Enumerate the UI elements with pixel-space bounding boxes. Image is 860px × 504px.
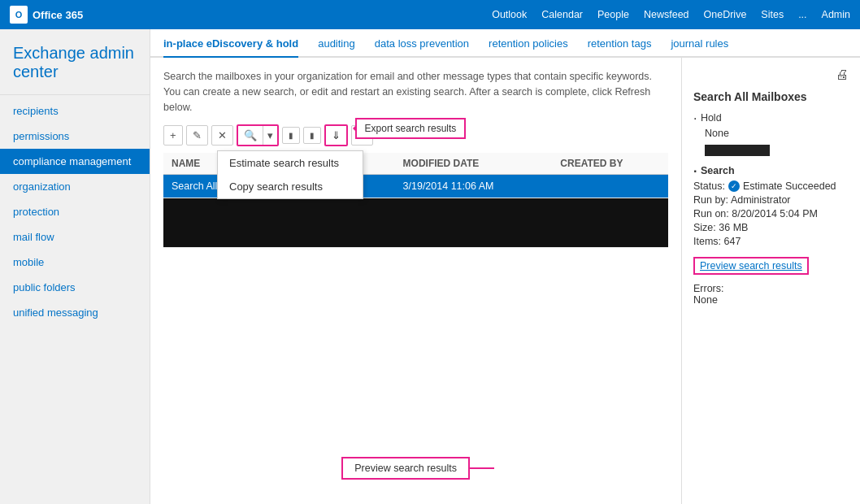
add-button[interactable]: +: [163, 125, 183, 146]
tab-auditing[interactable]: auditing: [318, 37, 355, 58]
col-created-by: CREATED BY: [552, 153, 668, 175]
search-dropdown-menu: Estimate search results Copy search resu…: [217, 150, 363, 199]
nav-more[interactable]: ...: [798, 9, 806, 20]
size-label: Size:: [693, 222, 716, 233]
preview-callout-area: Preview search results: [313, 457, 494, 480]
content-area: in-place eDiscovery & hold auditing data…: [150, 29, 860, 504]
col-modified-date: MODIFIED DATE: [395, 153, 553, 175]
items-row: Items: 647: [693, 236, 849, 247]
sidebar-item-mail-flow[interactable]: mail flow: [0, 224, 150, 250]
preview-link-wrapper: Preview search results: [693, 257, 809, 275]
right-panel-title: Search All Mailboxes: [693, 90, 849, 103]
description-text: Search the mailboxes in your organizatio…: [163, 69, 668, 115]
sidebar-item-permissions[interactable]: permissions: [0, 124, 150, 149]
sidebar-item-compliance-management[interactable]: compliance management: [0, 149, 150, 174]
redacted-block: [163, 198, 668, 247]
sidebar: Exchange admin center recipients permiss…: [0, 29, 150, 504]
top-nav: O Office 365 Outlook Calendar People New…: [0, 0, 860, 29]
sub-nav: in-place eDiscovery & hold auditing data…: [150, 29, 860, 58]
hold-redacted-bar: [705, 145, 770, 156]
delete-button[interactable]: ✕: [211, 125, 233, 146]
search-button[interactable]: 🔍: [238, 126, 263, 145]
nav-sites[interactable]: Sites: [761, 9, 784, 20]
stop-button[interactable]: ▮: [282, 127, 300, 144]
search-group: 🔍 ▾: [237, 124, 279, 146]
size-value: 36 MB: [719, 222, 748, 233]
size-row: Size: 36 MB: [693, 222, 849, 233]
cell-created-by: [552, 175, 668, 198]
run-on-value: 8/20/2014 5:04 PM: [732, 208, 818, 219]
edit-button[interactable]: ✎: [186, 125, 208, 146]
sidebar-item-unified-messaging[interactable]: unified messaging: [0, 300, 150, 325]
main-and-right: Search the mailboxes in your organizatio…: [150, 58, 860, 504]
office-logo[interactable]: O Office 365: [10, 6, 83, 24]
cell-modified-date: 3/19/2014 11:06 AM: [395, 175, 553, 198]
tab-ediscovery[interactable]: in-place eDiscovery & hold: [163, 37, 298, 58]
export-btn-wrapper: ⇓ Export search results: [324, 124, 348, 146]
preview-link-container: Preview search results Preview search re…: [693, 254, 849, 275]
main-container: Exchange admin center recipients permiss…: [0, 29, 860, 504]
top-nav-links: Outlook Calendar People Newsfeed OneDriv…: [492, 9, 850, 20]
run-on-label: Run on:: [693, 208, 729, 219]
items-label: Items:: [693, 236, 721, 247]
sidebar-item-recipients[interactable]: recipients: [0, 98, 150, 124]
sidebar-item-public-folders[interactable]: public folders: [0, 275, 150, 300]
run-by-row: Run by: Administrator: [693, 194, 849, 206]
search-section-label: Search: [693, 164, 849, 179]
status-row: Status: ✓ Estimate Succeeded: [693, 180, 849, 192]
errors-value: None: [693, 294, 849, 306]
status-label: Status:: [693, 180, 725, 192]
export-button[interactable]: ⇓: [324, 124, 348, 146]
nav-onedrive[interactable]: OneDrive: [704, 9, 747, 20]
run-by-value: Administrator: [731, 194, 791, 206]
status-value: Estimate Succeeded: [743, 180, 836, 192]
nav-newsfeed[interactable]: Newsfeed: [644, 9, 689, 20]
nav-outlook[interactable]: Outlook: [492, 9, 527, 20]
right-panel: 🖨 Search All Mailboxes Hold None Search …: [681, 58, 860, 504]
nav-people[interactable]: People: [597, 9, 629, 20]
search-dropdown-button[interactable]: ▾: [263, 126, 277, 145]
errors-label: Errors:: [693, 283, 849, 294]
tab-dlp[interactable]: data loss prevention: [375, 37, 469, 58]
nav-calendar[interactable]: Calendar: [541, 9, 583, 20]
export-callout: Export search results: [355, 118, 467, 139]
tab-retention-policies[interactable]: retention policies: [489, 37, 568, 58]
dropdown-copy[interactable]: Copy search results: [218, 175, 363, 198]
callout-line: [470, 467, 494, 469]
print-icon[interactable]: 🖨: [693, 67, 849, 82]
main-panel: Search the mailboxes in your organizatio…: [150, 58, 681, 504]
sidebar-item-mobile[interactable]: mobile: [0, 250, 150, 275]
toolbar: + ✎ ✕ 🔍 ▾ ▮ ▮ ⇓ Export sear: [163, 124, 668, 146]
office-icon: O: [10, 6, 28, 24]
tab-journal-rules[interactable]: journal rules: [671, 37, 728, 58]
dropdown-estimate[interactable]: Estimate search results: [218, 151, 363, 175]
sidebar-item-protection[interactable]: protection: [0, 199, 150, 224]
nav-admin[interactable]: Admin: [822, 9, 850, 20]
hold-value: None: [693, 128, 849, 139]
run-on-row: Run on: 8/20/2014 5:04 PM: [693, 208, 849, 219]
status-icon: ✓: [728, 180, 740, 192]
items-value: 647: [724, 236, 741, 247]
sidebar-title: Exchange admin center: [0, 36, 150, 95]
preview-callout-label: Preview search results: [341, 457, 470, 480]
office-logo-text: Office 365: [33, 9, 83, 21]
preview-search-link[interactable]: Preview search results: [700, 260, 802, 272]
sidebar-item-organization[interactable]: organization: [0, 174, 150, 199]
stop2-button[interactable]: ▮: [303, 127, 321, 144]
page-content: Search the mailboxes in your organizatio…: [150, 58, 681, 504]
run-by-label: Run by:: [693, 194, 728, 206]
table-row-black: [163, 198, 668, 248]
tab-retention-tags[interactable]: retention tags: [588, 37, 652, 58]
hold-section-label: Hold: [693, 111, 849, 126]
